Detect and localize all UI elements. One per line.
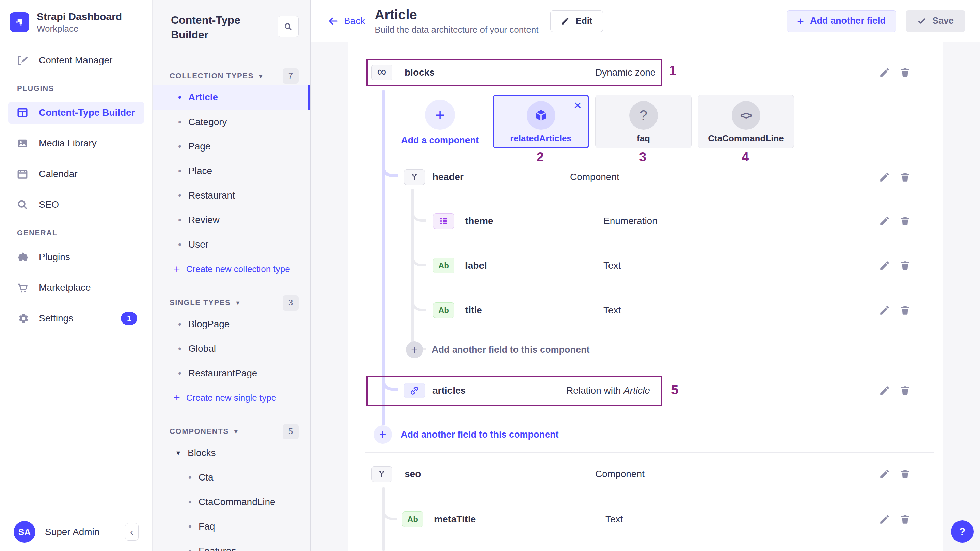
edit-button[interactable]: Edit [550, 10, 603, 32]
add-field-to-dynamiczone-button[interactable]: + Add another field to this component [374, 425, 558, 444]
fields-card: ∞ blocks Dynamic zone 1 + Add a componen… [348, 42, 943, 551]
subnav-item-place[interactable]: • Place [153, 159, 310, 183]
section-divider [365, 452, 934, 452]
delete-field-icon[interactable] [899, 215, 911, 227]
component-card-ctacommandline[interactable]: <> CtaCommandLine [698, 95, 794, 148]
image-icon [16, 137, 29, 150]
component-card-faq[interactable]: ? faq [595, 95, 692, 148]
edit-field-icon[interactable] [879, 304, 891, 316]
subnav-item-review[interactable]: • Review [153, 208, 310, 232]
edit-field-icon[interactable] [879, 215, 891, 227]
text-field-icon: Ab [433, 258, 454, 274]
sidebar-item-label: Content Manager [39, 55, 112, 66]
subnav-item-restaurant[interactable]: • Restaurant [153, 183, 310, 208]
save-button[interactable]: Save [906, 10, 966, 32]
field-row-header[interactable]: header Component [348, 169, 934, 185]
add-field-to-component-button[interactable]: + Add another field to this component [406, 341, 589, 358]
create-collection-type-link[interactable]: + Create new collection type [153, 257, 310, 281]
sidebar-item-seo[interactable]: SEO [8, 194, 144, 215]
edit-field-icon[interactable] [879, 385, 891, 397]
plus-icon: + [173, 392, 180, 403]
sidebar-item-content-type-builder[interactable]: Content-Type Builder [8, 102, 144, 124]
field-row-blocks[interactable]: ∞ blocks Dynamic zone [348, 65, 934, 80]
edit-field-icon[interactable] [879, 260, 891, 271]
sidebar-item-label: Content-Type Builder [39, 107, 135, 118]
sidebar-item-calendar[interactable]: Calendar [8, 163, 144, 185]
subnav-item-cta[interactable]: • Cta [153, 465, 310, 490]
subnav-item-faq[interactable]: • Faq [153, 514, 310, 539]
components-header[interactable]: COMPONENTS ▾ 5 [170, 424, 299, 439]
annotation-number-2: 2 [537, 150, 544, 164]
collapse-sidebar-button[interactable]: ‹ [125, 523, 138, 541]
subnav-item-features[interactable]: • Features [153, 539, 310, 551]
close-icon[interactable]: ✕ [573, 100, 582, 111]
bullet-icon: • [178, 166, 188, 177]
subnav-item-blogpage[interactable]: • BlogPage [153, 312, 310, 336]
subnav-item-user[interactable]: • User [153, 232, 310, 257]
field-row-seo[interactable]: seo Component [348, 466, 934, 482]
annotation-number-1: 1 [669, 63, 676, 78]
collection-types-header[interactable]: COLLECTION TYPES ▾ 7 [170, 68, 299, 84]
edit-field-icon[interactable] [879, 67, 891, 78]
bullet-icon: • [178, 343, 188, 354]
subnav-item-article[interactable]: • Article [153, 85, 310, 110]
bullet-icon: • [178, 239, 188, 250]
subnav-item-category[interactable]: • Category [153, 110, 310, 134]
subnav-item-ctacommandline[interactable]: • CtaCommandLine [153, 490, 310, 514]
field-row-theme[interactable]: theme Enumeration [348, 213, 934, 229]
delete-field-icon[interactable] [899, 67, 911, 78]
brand-subtitle: Workplace [37, 23, 122, 34]
delete-field-icon[interactable] [899, 260, 911, 271]
sidebar-item-plugins[interactable]: Plugins [8, 246, 144, 268]
layout-grid-icon [16, 106, 29, 119]
bullet-icon: • [178, 92, 188, 103]
subnav-item-page[interactable]: • Page [153, 134, 310, 159]
sidebar-item-label: Marketplace [39, 282, 91, 293]
plus-icon: + [425, 100, 455, 130]
caret-down-icon: ▾ [259, 72, 262, 80]
delete-field-icon[interactable] [899, 468, 911, 480]
subnav-item-restaurantpage[interactable]: • RestaurantPage [153, 361, 310, 385]
relation-link-icon [404, 383, 425, 398]
sidebar-item-marketplace[interactable]: Marketplace [8, 277, 144, 299]
delete-field-icon[interactable] [899, 304, 911, 316]
delete-field-icon[interactable] [899, 514, 911, 525]
help-button[interactable]: ? [951, 520, 974, 543]
add-component-button[interactable]: + Add a component [402, 100, 477, 146]
component-group-blocks[interactable]: ▾ Blocks [153, 441, 310, 465]
field-row-title[interactable]: Ab title Text [348, 303, 934, 318]
field-row-articles[interactable]: articles Relation with Article [348, 383, 934, 398]
edit-field-icon[interactable] [879, 171, 891, 183]
edit-field-icon[interactable] [879, 468, 891, 480]
sidebar-item-settings[interactable]: Settings 1 [8, 307, 144, 329]
subnav-title: Content-Type Builder [171, 13, 263, 42]
subnav-item-global[interactable]: • Global [153, 336, 310, 361]
bullet-icon: • [178, 190, 188, 201]
field-row-metatitle[interactable]: Ab metaTitle Text [348, 511, 934, 527]
enumeration-list-icon [433, 213, 454, 229]
field-row-label[interactable]: Ab label Text [348, 258, 934, 274]
add-another-field-button[interactable]: + Add another field [787, 10, 896, 32]
sidebar-section-general: GENERAL [17, 228, 144, 237]
delete-field-icon[interactable] [899, 385, 911, 397]
pencil-icon [561, 17, 570, 25]
main-area: Back Article Build the data architecture… [310, 0, 980, 551]
component-card-relatedarticles[interactable]: ✕ relatedArticles [493, 95, 589, 148]
arrow-left-icon [328, 15, 339, 27]
create-single-type-link[interactable]: + Create new single type [153, 385, 310, 410]
edit-field-icon[interactable] [879, 514, 891, 525]
sidebar-item-content-manager[interactable]: Content Manager [8, 49, 144, 71]
cart-icon [16, 281, 29, 295]
topbar: Back Article Build the data architecture… [310, 0, 980, 42]
page-subtitle: Build the data architecture of your cont… [375, 24, 538, 35]
delete-field-icon[interactable] [899, 171, 911, 183]
search-icon [283, 22, 293, 31]
sidebar-item-media-library[interactable]: Media Library [8, 132, 144, 154]
components-count-badge: 5 [283, 424, 299, 439]
search-button[interactable] [277, 16, 299, 37]
back-link[interactable]: Back [328, 15, 365, 27]
brand-title: Strapi Dashboard [37, 10, 122, 23]
single-types-header[interactable]: SINGLE TYPES ▾ 3 [170, 295, 299, 311]
row-divider [396, 540, 934, 540]
sidebar-item-label: Calendar [39, 169, 78, 180]
